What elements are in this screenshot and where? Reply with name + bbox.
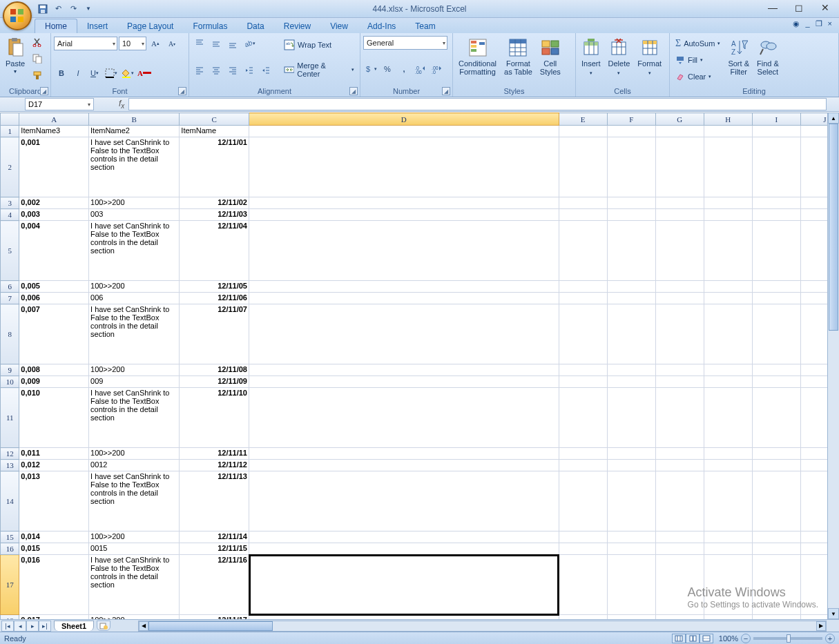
cell-D16[interactable] [249,543,559,555]
paste-button[interactable]: Paste▾ [3,35,28,77]
cell-H8[interactable] [704,304,752,364]
cell-D5[interactable] [249,221,559,281]
insert-cells-button[interactable]: Insert▾ [579,35,604,79]
cell-H4[interactable] [704,209,752,221]
cell-D3[interactable] [249,197,559,209]
cell-A11[interactable]: 0,010 [19,388,89,448]
cell-G9[interactable] [655,364,704,376]
minimize-button[interactable]: — [763,1,782,14]
cell-I16[interactable] [752,543,800,555]
format-painter-button[interactable] [30,68,45,83]
cell-G4[interactable] [655,209,704,221]
zoom-slider-thumb[interactable] [787,634,791,643]
cell-E13[interactable] [559,460,607,471]
row-header-1[interactable]: 1 [1,126,19,137]
column-header-E[interactable]: E [559,113,607,126]
cell-G16[interactable] [655,543,704,555]
cell-H2[interactable] [704,137,752,197]
align-left-button[interactable] [192,63,207,78]
cell-F2[interactable] [607,137,655,197]
cell-F17[interactable] [607,555,655,615]
cell-G15[interactable] [655,531,704,543]
cell-D9[interactable] [249,364,559,376]
cell-J4[interactable] [800,209,827,221]
cell-H5[interactable] [704,221,752,281]
cell-D6[interactable] [249,281,559,293]
cell-C15[interactable]: 12/11/14 [180,531,249,543]
doc-close[interactable]: × [828,19,832,28]
tab-nav-last[interactable]: ▸| [39,621,51,632]
fx-label[interactable]: fx [119,99,124,110]
cell-D8[interactable] [249,304,559,364]
cell-A9[interactable]: 0,008 [19,364,89,376]
cell-E10[interactable] [559,376,607,388]
zoom-level[interactable]: 100% [719,634,738,643]
cell-C12[interactable]: 12/11/11 [180,448,249,460]
cell-D14[interactable] [249,471,559,531]
cell-G2[interactable] [655,137,704,197]
cell-I9[interactable] [752,364,800,376]
cell-E8[interactable] [559,304,607,364]
cell-F15[interactable] [607,531,655,543]
row-header-6[interactable]: 6 [1,281,19,293]
cell-D12[interactable] [249,448,559,460]
cell-A10[interactable]: 0,009 [19,376,89,388]
doc-restore[interactable]: ❐ [816,19,822,28]
sort-filter-button[interactable]: AZSort & Filter [725,35,752,77]
cell-H13[interactable] [704,460,752,471]
cell-A16[interactable]: 0,015 [19,543,89,555]
font-color-button[interactable]: A [137,66,152,81]
cell-C10[interactable]: 12/11/09 [180,376,249,388]
cell-J12[interactable] [800,448,827,460]
cell-B5[interactable]: I have set CanShrink to False to the Tex… [89,221,180,281]
cell-J7[interactable] [800,293,827,304]
cell-B16[interactable]: 0015 [89,543,180,555]
cell-C2[interactable]: 12/11/01 [180,137,249,197]
cell-A1[interactable]: ItemName3 [19,126,89,137]
increase-indent-button[interactable] [258,63,273,78]
cell-H1[interactable] [704,126,752,137]
cell-E2[interactable] [559,137,607,197]
cell-C8[interactable]: 12/11/07 [180,304,249,364]
cell-I6[interactable] [752,281,800,293]
cell-B11[interactable]: I have set CanShrink to False to the Tex… [89,388,180,448]
cell-B2[interactable]: I have set CanShrink to False to the Tex… [89,137,180,197]
cell-A17[interactable]: 0,016 [19,555,89,615]
row-header-11[interactable]: 11 [1,388,19,448]
cell-F4[interactable] [607,209,655,221]
cell-D17[interactable] [249,555,559,615]
cell-A6[interactable]: 0,005 [19,281,89,293]
column-header-F[interactable]: F [607,113,655,126]
row-header-15[interactable]: 15 [1,531,19,543]
orientation-button[interactable]: ab▾ [242,36,257,51]
find-select-button[interactable]: Find & Select [754,35,782,77]
cell-C9[interactable]: 12/11/08 [180,364,249,376]
cell-D2[interactable] [249,137,559,197]
cell-F3[interactable] [607,197,655,209]
cell-I8[interactable] [752,304,800,364]
cell-C14[interactable]: 12/11/13 [180,471,249,531]
row-header-16[interactable]: 16 [1,543,19,555]
cell-H9[interactable] [704,364,752,376]
cell-B7[interactable]: 006 [89,293,180,304]
help-button[interactable]: ◉ [793,19,800,28]
cell-J11[interactable] [800,388,827,448]
cell-J14[interactable] [800,471,827,531]
cell-J9[interactable] [800,364,827,376]
autosum-button[interactable]: ΣAutoSum▾ [673,36,723,51]
cell-E9[interactable] [559,364,607,376]
cell-I13[interactable] [752,460,800,471]
font-dialog-launcher[interactable]: ◢ [178,87,186,95]
cell-C16[interactable]: 12/11/15 [180,543,249,555]
comma-button[interactable]: , [396,61,412,77]
cell-G12[interactable] [655,448,704,460]
tab-home[interactable]: Home [35,19,77,33]
percent-button[interactable]: % [380,61,395,77]
cell-E1[interactable] [559,126,607,137]
zoom-slider[interactable] [753,637,822,640]
cell-H16[interactable] [704,543,752,555]
alignment-dialog-launcher[interactable]: ◢ [349,87,358,95]
tab-page-layout[interactable]: Page Layout [117,19,183,33]
cell-B14[interactable]: I have set CanShrink to False to the Tex… [89,471,180,531]
formula-bar[interactable] [128,98,827,110]
